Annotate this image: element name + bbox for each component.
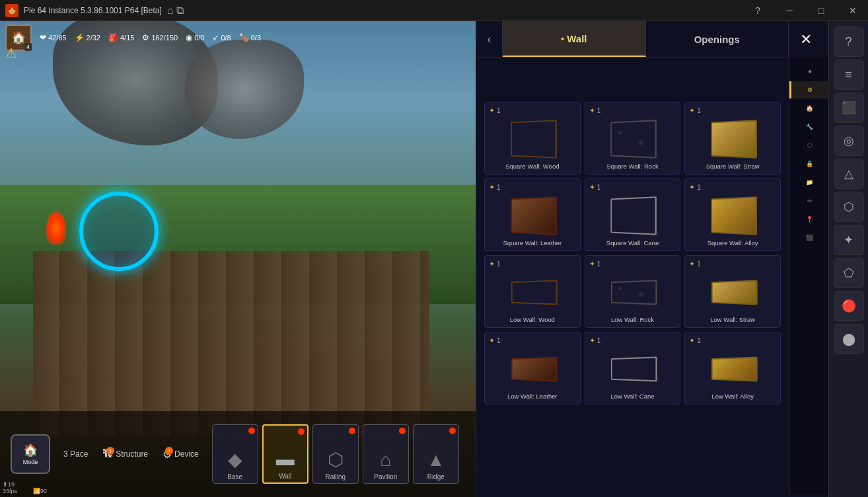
build-tabs: 3 Pace 🏗 ! Structure ⚙ ! Device: [58, 445, 204, 463]
pavilion-shape-icon: ⌂: [380, 449, 391, 471]
item-card-6[interactable]: ✦ 1Low Wall: Wood: [484, 255, 581, 328]
base-shape-icon: ◆: [228, 449, 242, 471]
panel-tab-openings[interactable]: Openings: [646, 21, 789, 57]
item-card-4[interactable]: ✦ 1Square Wall: Cane: [585, 178, 681, 251]
window-controls: ? ─ □ ✕: [742, 0, 868, 21]
category-favorites[interactable]: ★: [789, 63, 828, 80]
item-cost: ✦ 1: [689, 336, 701, 345]
close-button[interactable]: ✕: [838, 0, 868, 21]
item-name: Low Wall: Alloy: [711, 393, 754, 400]
slot-base[interactable]: ◆ Base: [212, 424, 258, 484]
item-preview: [608, 272, 657, 312]
item-card-1[interactable]: ✦ 1Square Wall: Rock: [585, 102, 681, 174]
item-card-3[interactable]: ✦ 1Square Wall: Leather: [484, 178, 581, 251]
category-hex[interactable]: ⬡: [789, 137, 828, 154]
emulator-btn-0[interactable]: ?: [834, 26, 864, 57]
category-tools[interactable]: 🔧: [789, 118, 828, 135]
ammo2-value: 0/8: [221, 34, 231, 42]
slot-wall[interactable]: ▬ Wall: [262, 424, 308, 484]
slot-pavilion-label: Pavilion: [374, 473, 397, 480]
help-button[interactable]: ?: [742, 0, 773, 21]
wall-thumbnail: [611, 280, 657, 305]
panel-item-grid-container: ✦ 1Square Wall: Wood✦ 1Square Wall: Rock…: [476, 94, 789, 497]
item-preview: [507, 349, 557, 389]
wall-shape-icon: ▬: [276, 449, 295, 470]
item-preview: [608, 349, 657, 389]
structure-badge: !: [106, 447, 114, 455]
maximize-button[interactable]: □: [806, 0, 836, 21]
slot-ridge[interactable]: ▲ Ridge: [413, 424, 459, 484]
device-badge: !: [165, 447, 173, 455]
category-edit[interactable]: ✏: [789, 192, 828, 210]
panel-close-button[interactable]: ✕: [794, 28, 818, 52]
category-folder[interactable]: 📁: [789, 174, 828, 191]
build-tab-structure[interactable]: 🏗 ! Structure: [97, 445, 153, 463]
slot-railing[interactable]: ⬡ Railing: [312, 424, 359, 484]
cost-icon: ✦: [489, 183, 495, 192]
item-name: Low Wall: Wood: [510, 316, 555, 323]
category-home[interactable]: 🏠: [789, 100, 828, 117]
cost-icon: ✦: [589, 336, 595, 345]
item-card-8[interactable]: ✦ 1Low Wall: Straw: [684, 255, 781, 328]
slot-wall-label: Wall: [279, 473, 291, 480]
game-viewport: 🏠 4 ❤ 42/85 ⚡ 2/32 🎒 4/15 ⚙ 162/150 ◉ 0: [0, 0, 476, 497]
item-name: Square Wall: Leather: [503, 239, 561, 247]
food-icon: 🍗: [239, 33, 249, 42]
emulator-btn-3[interactable]: ◎: [834, 126, 864, 156]
item-card-10[interactable]: ✦ 1Low Wall: Cane: [585, 332, 681, 404]
item-name: Low Wall: Cane: [610, 393, 654, 400]
item-card-9[interactable]: ✦ 1Low Wall: Leather: [484, 332, 581, 404]
category-square[interactable]: ⬛: [789, 229, 828, 247]
titlebar-home-icon[interactable]: ⌂: [167, 5, 174, 17]
wall-thumbnail: [611, 356, 657, 381]
category-build[interactable]: ⚙: [789, 81, 828, 98]
gear-icon: ⚙: [142, 33, 149, 42]
slot-railing-badge: [349, 428, 355, 434]
item-card-11[interactable]: ✦ 1Low Wall: Alloy: [684, 332, 781, 404]
category-lock[interactable]: 🔒: [789, 155, 828, 172]
wall-thumbnail: [711, 280, 758, 305]
item-card-2[interactable]: ✦ 1Square Wall: Straw: [684, 102, 781, 174]
item-card-7[interactable]: ✦ 1Low Wall: Rock: [585, 255, 681, 328]
emulator-btn-9[interactable]: ⬤: [834, 324, 864, 354]
item-cost: ✦ 1: [589, 106, 601, 115]
cost-icon: ✦: [689, 183, 695, 192]
emulator-btn-4[interactable]: △: [834, 159, 864, 189]
build-tab-3pace[interactable]: 3 Pace: [58, 447, 93, 461]
hp-value: 42/85: [48, 34, 67, 42]
emulator-btn-5[interactable]: ⬡: [834, 192, 864, 222]
emulator-btn-1[interactable]: ≡: [834, 59, 864, 90]
item-card-5[interactable]: ✦ 1Square Wall: Alloy: [684, 178, 781, 251]
cost-icon: ✦: [689, 106, 695, 115]
category-pin[interactable]: 📍: [789, 211, 828, 228]
cost-icon: ✦: [489, 260, 495, 268]
mode-button[interactable]: 🏠 Mode: [11, 434, 50, 474]
item-grid: ✦ 1Square Wall: Wood✦ 1Square Wall: Rock…: [482, 99, 783, 407]
panel-categories: ★ ⚙ 🏠 🔧 ⬡ 🔒 📁 ✏ 📍 ⬛: [789, 57, 828, 494]
slot-ridge-label: Ridge: [427, 473, 445, 480]
item-cost: ✦ 1: [589, 183, 601, 192]
wall-thumbnail: [711, 120, 757, 159]
item-cost: ✦ 1: [689, 183, 701, 192]
emulator-btn-6[interactable]: ✦: [834, 225, 864, 255]
arrow-icon: ➶: [212, 33, 219, 42]
slot-pavilion[interactable]: ⌂ Pavilion: [363, 424, 409, 484]
wood-platform: [33, 251, 429, 436]
ridge-shape-icon: ▲: [427, 449, 445, 471]
inventory-value: 4/15: [120, 34, 134, 42]
stamina-value: 2/32: [87, 34, 100, 42]
emulator-btn-7[interactable]: ⬠: [834, 258, 864, 288]
panel-back-button[interactable]: ‹: [476, 21, 503, 57]
hud-top: 🏠 4 ❤ 42/85 ⚡ 2/32 🎒 4/15 ⚙ 162/150 ◉ 0: [0, 21, 476, 54]
cost-icon: ✦: [689, 336, 695, 345]
item-card-0[interactable]: ✦ 1Square Wall: Wood: [484, 102, 581, 174]
panel-tab-wall[interactable]: • Wall: [503, 21, 646, 57]
item-cost: ✦ 1: [589, 336, 601, 345]
titlebar-copy-icon[interactable]: ⧉: [176, 5, 184, 17]
minimize-button[interactable]: ─: [774, 0, 805, 21]
inventory-stat: 🎒 4/15: [108, 33, 134, 42]
emulator-btn-8[interactable]: 🔴: [834, 291, 864, 321]
build-tab-device[interactable]: ⚙ ! Device: [157, 445, 204, 463]
emulator-btn-2[interactable]: ⬛: [834, 93, 864, 123]
item-cost: ✦ 1: [489, 183, 501, 192]
